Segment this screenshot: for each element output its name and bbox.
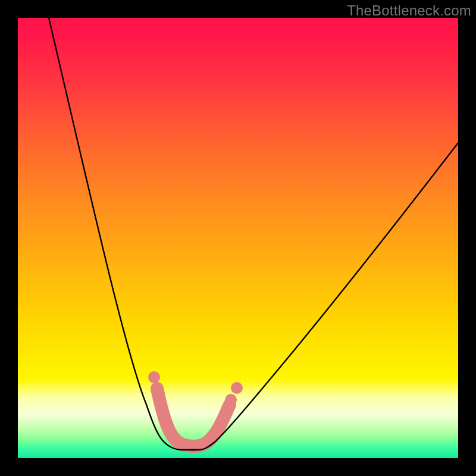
watermark-text: TheBottleneck.com <box>347 2 471 19</box>
dot-right-3 <box>231 382 243 394</box>
dot-right-2 <box>225 394 237 406</box>
curve-layer <box>18 18 458 458</box>
left-curve <box>49 18 196 450</box>
chart-frame: TheBottleneck.com <box>0 0 476 476</box>
plot-area <box>18 18 458 458</box>
dot-left-upper <box>148 371 160 383</box>
dot-left-lower <box>151 384 162 396</box>
